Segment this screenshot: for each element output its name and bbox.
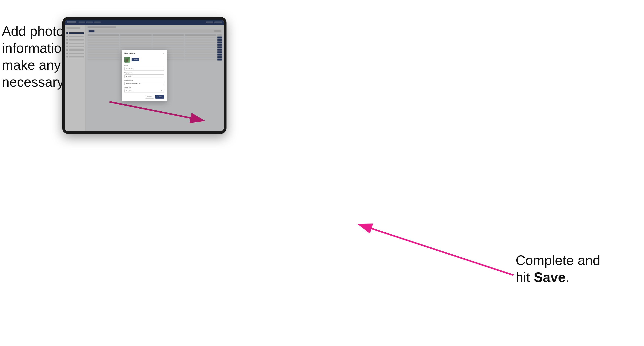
display-name-input[interactable] <box>124 74 164 78</box>
save-label: Save <box>159 96 162 98</box>
app-content: User details × Upload Name <box>65 25 224 131</box>
email-field-group: Email address <box>124 80 164 85</box>
photo-section: Upload <box>124 57 164 63</box>
school-year-input[interactable] <box>124 89 164 93</box>
modal-overlay: User details × Upload Name <box>65 20 224 131</box>
upload-photo-button[interactable]: Upload <box>132 58 139 61</box>
tablet-screen: User details × Upload Name <box>65 20 224 131</box>
save-icon: ⬆ <box>157 96 158 97</box>
name-field-group: Name <box>124 65 164 71</box>
modal-footer: Cancel ⬆ Save <box>124 95 164 99</box>
user-details-modal: User details × Upload Name <box>122 50 167 101</box>
email-label: Email address <box>124 80 164 81</box>
display-name-field-group: Display name <box>124 72 164 78</box>
school-year-clear-button[interactable]: ✕ ⌄ <box>161 90 164 92</box>
annotation-right: Complete and hit Save. <box>516 252 621 286</box>
clear-icon: ✕ <box>161 90 162 92</box>
cancel-button[interactable]: Cancel <box>145 95 154 99</box>
modal-header: User details × <box>124 52 164 55</box>
display-name-label: Display name <box>124 72 164 73</box>
modal-title: User details <box>124 52 135 54</box>
school-year-input-wrapper: ✕ ⌄ <box>124 89 164 93</box>
name-label: Name <box>124 65 164 66</box>
save-button[interactable]: ⬆ Save <box>155 95 164 99</box>
name-input[interactable] <box>124 67 164 71</box>
school-year-field-group: School Year ✕ ⌄ <box>124 87 164 93</box>
svg-line-3 <box>358 224 514 275</box>
tablet-device: User details × Upload Name <box>62 17 226 134</box>
email-input[interactable] <box>124 82 164 85</box>
chevron-down-icon: ⌄ <box>162 90 164 92</box>
school-year-label: School Year <box>124 87 164 88</box>
avatar-thumbnail <box>124 57 130 63</box>
modal-close-button[interactable]: × <box>162 52 164 55</box>
